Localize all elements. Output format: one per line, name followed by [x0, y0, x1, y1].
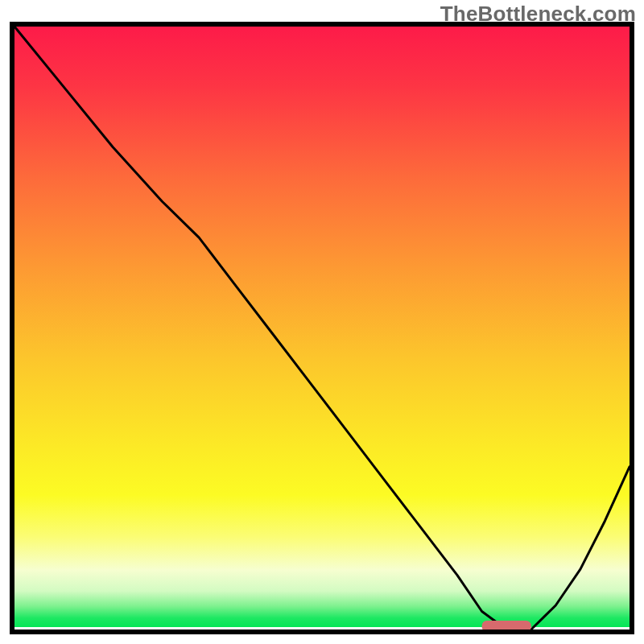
chart-frame: TheBottleneck.com: [0, 0, 644, 644]
watermark-text: TheBottleneck.com: [440, 2, 636, 27]
gradient-background: [14, 27, 630, 627]
bottleneck-plot: [0, 0, 644, 644]
baseline-strip: [14, 627, 630, 630]
